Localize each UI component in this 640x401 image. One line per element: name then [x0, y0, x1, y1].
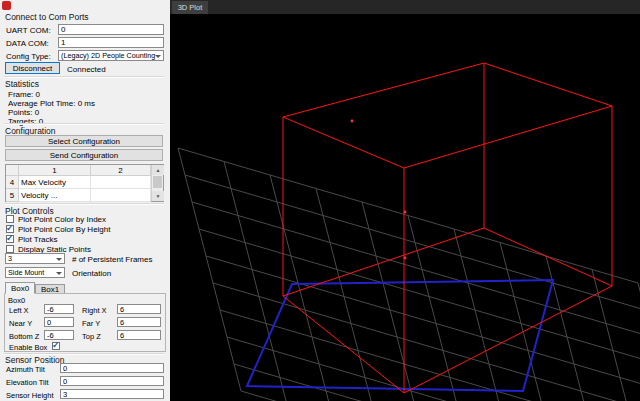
checkbox-label: Plot Tracks — [18, 235, 58, 244]
uart-com-label: UART COM: — [6, 26, 51, 35]
statistics-section-title: Statistics — [5, 79, 39, 89]
checkbox-label: Plot Point Color By Height — [18, 225, 111, 234]
table-cell[interactable] — [91, 189, 151, 202]
plot-tab-bar — [170, 0, 640, 14]
top-z-label: Top Z — [82, 332, 101, 341]
connection-status: Connected — [67, 65, 106, 74]
chevron-down-icon — [56, 272, 62, 275]
right-x-input[interactable] — [117, 304, 161, 314]
plot-background — [170, 14, 640, 401]
chevron-down-icon — [56, 258, 62, 261]
left-x-input[interactable] — [44, 304, 74, 314]
config-type-value: (Legacy) 2D People Counting — [61, 51, 155, 60]
checkbox-plot-tracks[interactable] — [6, 235, 14, 243]
far-y-label: Far Y — [82, 319, 100, 328]
checkbox-label: Plot Point Color by Index — [18, 215, 106, 224]
sensor-position-section-title: Sensor Position — [5, 355, 65, 365]
checkbox-plot-color-index[interactable] — [6, 215, 14, 223]
disconnect-button[interactable]: Disconnect — [5, 62, 60, 74]
persistent-frames-select[interactable]: 3 — [5, 253, 65, 264]
table-corner-header — [6, 165, 19, 176]
data-com-input[interactable] — [58, 37, 164, 48]
uart-com-input[interactable] — [58, 24, 164, 35]
bottom-z-input[interactable] — [44, 330, 74, 340]
table-row-header: 4 — [6, 176, 19, 189]
persistent-frames-label: # of Persistent Frames — [72, 255, 152, 264]
tab-box0[interactable]: Box0 — [5, 282, 35, 294]
orientation-value: Side Mount — [8, 268, 44, 277]
connect-section-title: Connect to Com Ports — [5, 12, 89, 22]
divider — [4, 123, 164, 125]
config-type-label: Config Type: — [6, 52, 51, 61]
orientation-select[interactable]: Side Mount — [5, 267, 65, 278]
top-z-input[interactable] — [117, 330, 161, 340]
bottom-z-label: Bottom Z — [9, 332, 39, 341]
orientation-label: Orientation — [72, 269, 111, 278]
table-cell[interactable] — [91, 176, 151, 189]
plot-3d-canvas[interactable] — [170, 14, 640, 401]
scroll-down-icon[interactable]: ▼ — [152, 191, 164, 201]
control-panel: Connect to Com Ports UART COM: DATA COM:… — [0, 0, 170, 401]
checkbox-plot-color-height[interactable] — [6, 225, 14, 233]
scroll-up-icon[interactable]: ▲ — [152, 165, 164, 175]
table-scrollbar[interactable]: ▲ ▼ — [151, 165, 163, 201]
enable-box-label: Enable Box — [9, 343, 47, 352]
app-icon — [2, 1, 11, 10]
scrollbar-thumb[interactable] — [153, 176, 162, 188]
table-cell[interactable]: Velocity ... — [19, 189, 91, 202]
far-y-input[interactable] — [117, 317, 161, 327]
table-row-header: 5 — [6, 189, 19, 202]
table-col-header-1: 1 — [19, 165, 91, 176]
sensor-height-label: Sensor Height — [6, 391, 54, 400]
table-col-header-2: 2 — [91, 165, 151, 176]
azimuth-tilt-label: Azimuth Tilt — [6, 365, 45, 374]
elevation-tilt-input[interactable] — [60, 376, 164, 386]
chevron-down-icon — [155, 55, 161, 58]
config-type-select[interactable]: (Legacy) 2D People Counting — [58, 50, 164, 61]
table-cell[interactable]: Max Velocity — [19, 176, 91, 189]
stat-avg-plot-time: Average Plot Time: 0 ms — [8, 99, 95, 108]
near-y-input[interactable] — [44, 317, 74, 327]
box-name-label: Box0 — [8, 296, 25, 305]
tab-3d-plot[interactable]: 3D Plot — [172, 1, 208, 14]
divider — [4, 76, 164, 78]
persistent-frames-value: 3 — [8, 254, 12, 263]
stat-points: Points: 0 — [8, 108, 39, 117]
divider — [4, 203, 164, 205]
near-y-label: Near Y — [9, 319, 32, 328]
elevation-tilt-label: Elevation Tilt — [6, 378, 49, 387]
right-x-label: Right X — [82, 306, 107, 315]
stat-frame: Frame: 0 — [8, 90, 40, 99]
sensor-height-input[interactable] — [60, 389, 164, 399]
send-configuration-button[interactable]: Send Configuration — [5, 149, 163, 161]
data-com-label: DATA COM: — [6, 39, 49, 48]
checkbox-display-static-points[interactable] — [6, 245, 14, 253]
enable-box-checkbox[interactable] — [52, 342, 60, 350]
configuration-table[interactable]: 1 2 4 Max Velocity 5 Velocity ... ▲ ▼ — [5, 164, 164, 202]
left-x-label: Left X — [9, 306, 29, 315]
select-configuration-button[interactable]: Select Configuration — [5, 135, 163, 147]
azimuth-tilt-input[interactable] — [60, 363, 164, 373]
